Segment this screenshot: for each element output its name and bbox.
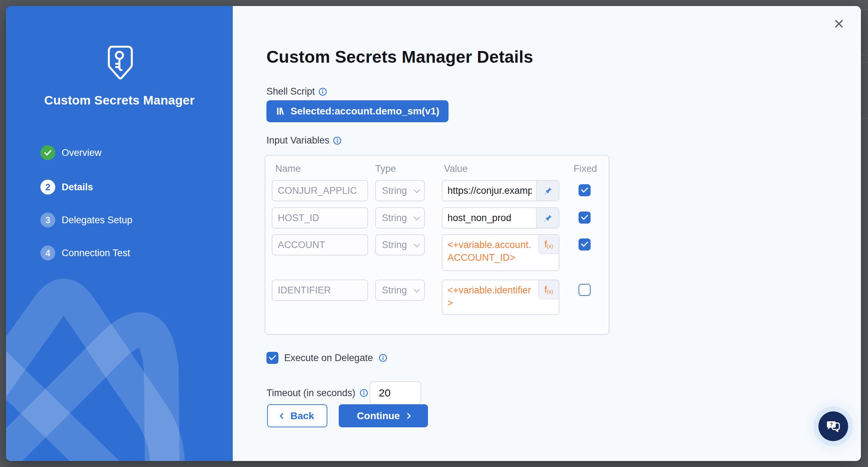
type-select-value: String [382, 285, 407, 296]
continue-button-label: Continue [357, 410, 400, 422]
variable-name-input[interactable] [272, 280, 368, 301]
chevron-down-icon [413, 186, 420, 193]
chevron-right-icon [405, 413, 411, 419]
expression-fx-button[interactable]: f(x) [538, 280, 559, 299]
custom-secrets-manager-wizard-dialog: Custom Secrets Manager Overview 2 Detail… [6, 6, 861, 461]
type-select-value: String [382, 185, 407, 196]
shell-script-field-label: Shell Script [266, 86, 327, 97]
step-label: Details [62, 182, 93, 193]
close-button[interactable] [832, 17, 846, 31]
variable-value-group: f(x) <+variable.identifier> [442, 280, 559, 315]
brand-watermark [6, 276, 233, 461]
svg-text:?: ? [830, 422, 833, 427]
fixed-value-pin-button[interactable] [536, 208, 559, 228]
chevron-down-icon [413, 214, 420, 220]
step-number-badge: 4 [40, 246, 55, 260]
wizard-sidebar: Custom Secrets Manager Overview 2 Detail… [6, 6, 233, 461]
input-variables-table: Name Type Value Fixed String [265, 155, 609, 335]
step-delegates-setup[interactable]: 3 Delegates Setup [40, 213, 133, 227]
fx-icon-sub: (x) [547, 243, 553, 249]
step-overview[interactable]: Overview [40, 145, 102, 160]
timeout-label: Timeout (in seconds) [266, 388, 355, 399]
column-header-type: Type [375, 163, 396, 174]
wizard-title: Custom Secrets Manager [6, 93, 233, 107]
pin-icon [543, 213, 552, 223]
variable-type-select[interactable]: String [375, 180, 425, 201]
help-chat-button[interactable]: ? [818, 411, 848, 441]
info-icon[interactable] [379, 354, 387, 362]
step-details[interactable]: 2 Details [40, 180, 93, 195]
step-label: Overview [62, 147, 102, 158]
step-label: Connection Test [62, 248, 130, 259]
variable-type-select[interactable]: String [375, 280, 425, 301]
fixed-checkbox[interactable] [579, 238, 591, 251]
step-number-badge: 2 [40, 180, 55, 195]
chevron-down-icon [413, 286, 420, 292]
shell-script-selected-button[interactable]: Selected:account.demo_sm(v1) [266, 100, 449, 122]
fx-icon: f [545, 239, 547, 250]
type-select-value: String [382, 240, 407, 251]
back-button[interactable]: Back [267, 404, 327, 427]
fixed-value-pin-button[interactable] [536, 181, 559, 201]
step-label: Delegates Setup [62, 215, 133, 226]
fx-icon-sub: (x) [547, 288, 553, 294]
fixed-checkbox[interactable] [579, 212, 591, 224]
wizard-nav-buttons: Back Continue [267, 404, 428, 427]
chevron-left-icon [280, 413, 286, 419]
continue-button[interactable]: Continue [339, 404, 428, 427]
execute-on-delegate-label: Execute on Delegate [284, 353, 373, 364]
variable-type-select[interactable]: String [375, 234, 425, 255]
fixed-checkbox[interactable] [579, 284, 591, 296]
chevron-down-icon [413, 241, 420, 247]
input-variables-field-label: Input Variables [266, 135, 342, 146]
type-select-value: String [382, 213, 407, 224]
step-number-badge: 3 [40, 213, 55, 227]
info-icon[interactable] [333, 136, 342, 145]
fx-icon: f [545, 284, 547, 295]
variable-value-group [442, 207, 559, 229]
variable-type-select[interactable]: String [375, 207, 425, 229]
execute-on-delegate-checkbox[interactable] [266, 352, 278, 364]
chat-help-icon: ? [825, 418, 841, 434]
info-icon[interactable] [360, 389, 368, 397]
step-connection-test[interactable]: 4 Connection Test [40, 246, 130, 260]
shell-script-label: Shell Script [266, 86, 315, 97]
input-variables-label: Input Variables [266, 135, 329, 146]
fixed-checkbox[interactable] [579, 184, 591, 196]
variable-name-input[interactable] [272, 234, 368, 255]
table-row [272, 207, 368, 229]
library-icon [276, 106, 286, 116]
column-header-fixed: Fixed [574, 163, 597, 174]
pin-icon [543, 186, 552, 195]
variable-value-group: f(x) <+variable.account.ACCOUNT_ID> [442, 234, 559, 271]
info-icon[interactable] [319, 88, 327, 96]
variable-value-group [442, 180, 559, 201]
shell-script-selected-value: Selected:account.demo_sm(v1) [291, 106, 439, 117]
variable-value-input[interactable] [443, 208, 536, 228]
page-backdrop: Custom Secrets Manager Overview 2 Detail… [0, 0, 868, 467]
details-step-panel: Custom Secrets Manager Details Shell Scr… [233, 6, 861, 461]
column-header-value: Value [444, 163, 468, 174]
table-row [272, 280, 368, 301]
timeout-input[interactable] [370, 381, 421, 405]
page-title: Custom Secrets Manager Details [266, 47, 533, 67]
back-button-label: Back [291, 410, 314, 422]
table-row [272, 234, 368, 255]
column-header-name: Name [275, 163, 301, 174]
execute-on-delegate-row: Execute on Delegate [266, 352, 387, 364]
table-row [272, 180, 368, 201]
brand-block: Custom Secrets Manager [6, 44, 233, 107]
expression-fx-button[interactable]: f(x) [538, 235, 559, 254]
variable-value-input[interactable] [443, 181, 536, 201]
secrets-manager-shield-key-icon [104, 44, 135, 82]
variable-name-input[interactable] [272, 180, 368, 201]
step-completed-check-icon [40, 145, 55, 160]
variable-name-input[interactable] [272, 207, 368, 229]
close-icon [834, 19, 844, 29]
timeout-row: Timeout (in seconds) [266, 381, 368, 405]
